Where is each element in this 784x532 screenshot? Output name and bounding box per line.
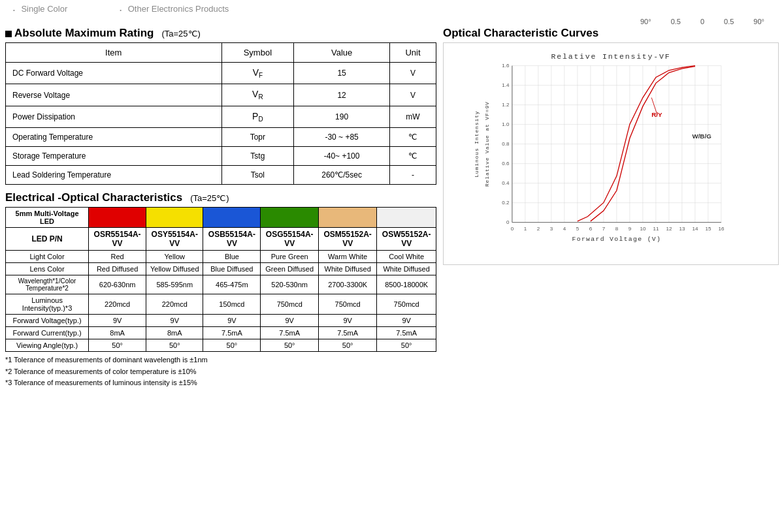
svg-text:0.8: 0.8 <box>502 141 510 147</box>
svg-text:1.2: 1.2 <box>502 102 510 108</box>
elec-optical-table: 5mm Multi-Voltage LED LED P/N OSR55154A-… <box>5 207 436 352</box>
table-row: DC Forward Voltage VF 15 V <box>6 63 436 84</box>
svg-text:Relative Intensity-VF: Relative Intensity-VF <box>551 52 671 61</box>
svg-text:6: 6 <box>589 226 593 232</box>
svg-text:9: 9 <box>629 226 632 232</box>
svg-text:0: 0 <box>511 226 514 232</box>
svg-text:7: 7 <box>602 226 606 232</box>
svg-text:13: 13 <box>679 226 685 232</box>
bullet-icon-2: • <box>120 7 122 13</box>
led-pn-row: LED P/N OSR55154A-VV OSY55154A-VV OSB551… <box>6 228 436 251</box>
table-row: Viewing Angle(typ.) 50° 50° 50° 50° 50° … <box>6 339 436 352</box>
table-row: Lens Color Red Diffused Yellow Diffused … <box>6 263 436 275</box>
svg-text:3: 3 <box>550 226 553 232</box>
nav-item-single-color: • Single Color <box>13 4 67 14</box>
svg-text:10: 10 <box>640 226 645 232</box>
footnotes: *1 Tolerance of measurements of dominant… <box>5 354 436 389</box>
svg-text:11: 11 <box>653 226 659 232</box>
table-row: Luminous Intensity(typ.)*3 220mcd 220mcd… <box>6 294 436 315</box>
table-row: Lead Soldering Temperature Tsol 260℃/5se… <box>6 166 436 185</box>
svg-text:1.4: 1.4 <box>502 82 510 88</box>
table-row: Operating Temperature Topr -30 ~ +85 ℃ <box>6 128 436 147</box>
optical-chart-title: Optical Characteristic Curves <box>443 27 779 40</box>
table-row: Storage Temperature Tstg -40~ +100 ℃ <box>6 147 436 166</box>
svg-text:0.2: 0.2 <box>502 200 510 206</box>
svg-text:Relative Value at VF=9V: Relative Value at VF=9V <box>484 101 490 187</box>
square-icon <box>5 31 12 37</box>
top-scale: 90° 0.5 0 0.5 90° <box>0 18 784 25</box>
svg-text:12: 12 <box>666 226 672 232</box>
svg-text:2: 2 <box>537 226 540 232</box>
svg-text:15: 15 <box>705 226 711 232</box>
table-row: Power Dissipation PD 190 mW <box>6 106 436 127</box>
abs-max-section-title: Absolute Maximum Rating (Ta=25℃) <box>5 27 436 40</box>
elec-section-title: Electrical -Optical Characteristics (Ta=… <box>5 191 436 204</box>
product-line-row: 5mm Multi-Voltage LED <box>6 208 436 228</box>
svg-text:4: 4 <box>563 226 566 232</box>
svg-text:0: 0 <box>506 219 510 225</box>
table-row: Light Color Red Yellow Blue Pure Green W… <box>6 251 436 263</box>
svg-text:0.4: 0.4 <box>502 180 510 186</box>
col-header-symbol: Symbol <box>221 43 294 63</box>
table-row: Wavelength*1/Color Temperature*2 620-630… <box>6 275 436 294</box>
svg-text:1.6: 1.6 <box>502 63 510 69</box>
col-header-item: Item <box>6 43 222 63</box>
svg-text:14: 14 <box>692 226 698 232</box>
svg-text:1: 1 <box>524 226 527 232</box>
svg-text:0.6: 0.6 <box>502 161 510 166</box>
svg-text:16: 16 <box>718 226 724 232</box>
svg-text:Luminous Intensity: Luminous Intensity <box>474 110 480 177</box>
optical-chart-container: Relative Intensity-VF <box>443 42 779 265</box>
table-row: Forward Voltage(typ.) 9V 9V 9V 9V 9V 9V <box>6 315 436 327</box>
right-panel: Optical Characteristic Curves Relative I… <box>443 27 779 389</box>
col-header-value: Value <box>294 43 390 63</box>
svg-text:W/B/G: W/B/G <box>692 133 711 140</box>
svg-text:Forward Voltage (V): Forward Voltage (V) <box>572 236 662 243</box>
bullet-icon: • <box>13 7 15 13</box>
abs-table-header-row: Item Symbol Value Unit <box>6 43 436 63</box>
table-row: Reverse Voltage VR 12 V <box>6 84 436 106</box>
left-panel: Absolute Maximum Rating (Ta=25℃) Item Sy… <box>5 27 436 389</box>
svg-text:1.0: 1.0 <box>502 121 510 127</box>
nav-item-other-electronics: • Other Electronics Products <box>120 4 229 14</box>
col-header-unit: Unit <box>389 43 436 63</box>
chart-svg: Relative Intensity-VF <box>449 48 773 257</box>
svg-text:5: 5 <box>576 226 580 232</box>
svg-text:8: 8 <box>615 226 619 232</box>
table-row: Forward Current(typ.) 8mA 8mA 7.5mA 7.5m… <box>6 327 436 339</box>
abs-max-table: Item Symbol Value Unit DC Forward Voltag… <box>5 42 436 185</box>
top-navigation: • Single Color • Other Electronics Produ… <box>0 0 784 18</box>
